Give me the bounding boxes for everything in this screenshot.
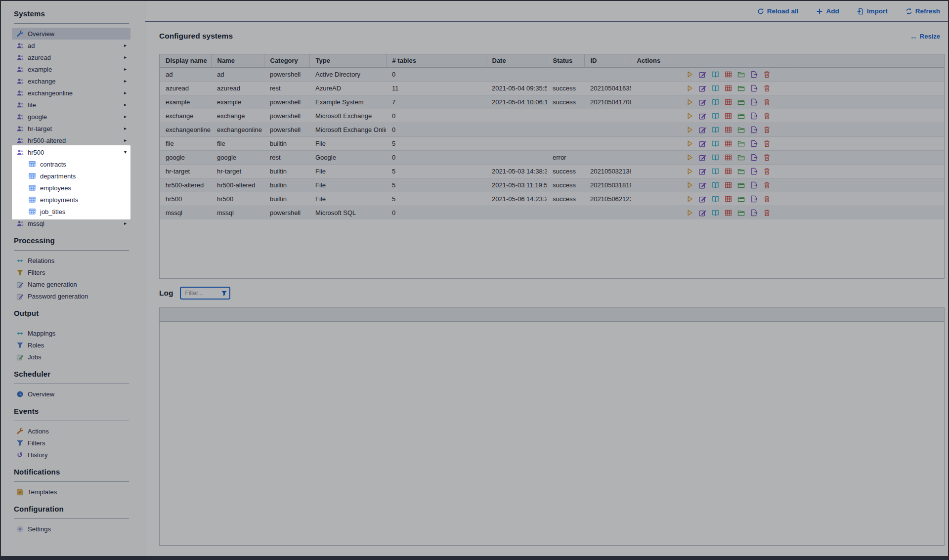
sidebar-item-filters[interactable]: Filters bbox=[12, 437, 130, 449]
play-action-icon[interactable] bbox=[686, 154, 693, 161]
sidebar-item-jobs[interactable]: Jobs bbox=[12, 351, 130, 363]
export-action-icon[interactable] bbox=[750, 181, 758, 189]
book-action-icon[interactable] bbox=[712, 126, 719, 133]
sidebar-item-templates[interactable]: Templates bbox=[12, 486, 130, 498]
export-action-icon[interactable] bbox=[750, 112, 758, 120]
sidebar-item-google[interactable]: google▸ bbox=[12, 111, 130, 123]
sidebar-item-roles[interactable]: Roles bbox=[12, 339, 130, 351]
sidebar-item-file[interactable]: file▸ bbox=[12, 99, 130, 111]
book-action-icon[interactable] bbox=[712, 209, 719, 216]
trash-action-icon[interactable] bbox=[763, 112, 771, 120]
book-action-icon[interactable] bbox=[712, 195, 719, 203]
book-action-icon[interactable] bbox=[712, 154, 719, 161]
trash-action-icon[interactable] bbox=[763, 126, 771, 133]
sidebar-item-departments[interactable]: departments bbox=[12, 170, 130, 182]
trash-action-icon[interactable] bbox=[763, 181, 771, 189]
export-action-icon[interactable] bbox=[750, 154, 758, 161]
grid-action-icon[interactable] bbox=[725, 71, 732, 78]
folder-action-icon[interactable] bbox=[737, 71, 745, 78]
edit-action-icon[interactable] bbox=[699, 140, 706, 147]
folder-action-icon[interactable] bbox=[737, 209, 745, 216]
sidebar-item-exchangeonline[interactable]: exchangeonline▸ bbox=[12, 87, 130, 99]
sidebar-item-employments[interactable]: employments bbox=[12, 194, 130, 206]
play-action-icon[interactable] bbox=[686, 71, 693, 78]
book-action-icon[interactable] bbox=[712, 181, 719, 189]
sidebar-item-employees[interactable]: employees bbox=[12, 182, 130, 194]
sidebar-item-hr-target[interactable]: hr-target▸ bbox=[12, 123, 130, 134]
sidebar-item-history[interactable]: ↺History bbox=[12, 449, 130, 461]
trash-action-icon[interactable] bbox=[763, 195, 771, 203]
folder-action-icon[interactable] bbox=[737, 98, 745, 106]
edit-action-icon[interactable] bbox=[699, 71, 706, 78]
sidebar-item-example[interactable]: example▸ bbox=[12, 63, 130, 75]
play-action-icon[interactable] bbox=[686, 209, 693, 216]
grid-action-icon[interactable] bbox=[725, 140, 732, 147]
trash-action-icon[interactable] bbox=[763, 98, 771, 106]
sidebar-item-hr500-altered[interactable]: hr500-altered▸ bbox=[12, 134, 130, 146]
play-action-icon[interactable] bbox=[686, 195, 693, 203]
book-action-icon[interactable] bbox=[712, 168, 719, 175]
edit-action-icon[interactable] bbox=[699, 112, 706, 120]
grid-action-icon[interactable] bbox=[725, 154, 732, 161]
reload-all-button[interactable]: Reload all bbox=[757, 7, 799, 15]
grid-action-icon[interactable] bbox=[725, 126, 732, 133]
sidebar-item-contracts[interactable]: contracts bbox=[12, 158, 130, 170]
grid-action-icon[interactable] bbox=[725, 98, 732, 106]
edit-action-icon[interactable] bbox=[699, 195, 706, 203]
play-action-icon[interactable] bbox=[686, 168, 693, 175]
book-action-icon[interactable] bbox=[712, 71, 719, 78]
edit-action-icon[interactable] bbox=[699, 85, 706, 92]
sidebar-item-hr500[interactable]: hr500▾ bbox=[12, 146, 130, 158]
play-action-icon[interactable] bbox=[686, 181, 693, 189]
sidebar-item-actions[interactable]: Actions bbox=[12, 425, 130, 437]
sidebar-item-exchange[interactable]: exchange▸ bbox=[12, 75, 130, 87]
sidebar-item-overview[interactable]: Overview bbox=[12, 388, 130, 400]
play-action-icon[interactable] bbox=[686, 126, 693, 133]
folder-action-icon[interactable] bbox=[737, 140, 745, 147]
play-action-icon[interactable] bbox=[686, 140, 693, 147]
add-button[interactable]: Add bbox=[816, 7, 839, 15]
sidebar-item-filters[interactable]: Filters bbox=[12, 266, 130, 278]
sidebar-item-relations[interactable]: Relations bbox=[12, 255, 130, 266]
folder-action-icon[interactable] bbox=[737, 112, 745, 120]
sidebar-item-ad[interactable]: ad▸ bbox=[12, 40, 130, 51]
play-action-icon[interactable] bbox=[686, 98, 693, 106]
book-action-icon[interactable] bbox=[712, 140, 719, 147]
edit-action-icon[interactable] bbox=[699, 209, 706, 216]
export-action-icon[interactable] bbox=[750, 140, 758, 147]
export-action-icon[interactable] bbox=[750, 98, 758, 106]
folder-action-icon[interactable] bbox=[737, 168, 745, 175]
sidebar-item-mappings[interactable]: Mappings bbox=[12, 327, 130, 339]
sidebar-item-overview[interactable]: Overview bbox=[12, 28, 130, 40]
trash-action-icon[interactable] bbox=[763, 209, 771, 216]
folder-action-icon[interactable] bbox=[737, 126, 745, 133]
grid-action-icon[interactable] bbox=[725, 209, 732, 216]
export-action-icon[interactable] bbox=[750, 126, 758, 133]
play-action-icon[interactable] bbox=[686, 112, 693, 120]
edit-action-icon[interactable] bbox=[699, 126, 706, 133]
trash-action-icon[interactable] bbox=[763, 140, 771, 147]
play-action-icon[interactable] bbox=[686, 85, 693, 92]
folder-action-icon[interactable] bbox=[737, 181, 745, 189]
folder-action-icon[interactable] bbox=[737, 154, 745, 161]
export-action-icon[interactable] bbox=[750, 209, 758, 216]
sidebar-item-name-generation[interactable]: Name generation bbox=[12, 278, 130, 290]
refresh-button[interactable]: Refresh bbox=[906, 7, 940, 15]
folder-action-icon[interactable] bbox=[737, 195, 745, 203]
export-action-icon[interactable] bbox=[750, 71, 758, 78]
sidebar-item-password-generation[interactable]: Password generation bbox=[12, 290, 130, 302]
book-action-icon[interactable] bbox=[712, 112, 719, 120]
export-action-icon[interactable] bbox=[750, 85, 758, 92]
edit-action-icon[interactable] bbox=[699, 98, 706, 106]
edit-action-icon[interactable] bbox=[699, 181, 706, 189]
trash-action-icon[interactable] bbox=[763, 85, 771, 92]
export-action-icon[interactable] bbox=[750, 195, 758, 203]
sidebar-item-settings[interactable]: Settings bbox=[12, 523, 130, 535]
sidebar-item-job-titles[interactable]: job_titles bbox=[12, 206, 130, 217]
edit-action-icon[interactable] bbox=[699, 154, 706, 161]
trash-action-icon[interactable] bbox=[763, 71, 771, 78]
edit-action-icon[interactable] bbox=[699, 168, 706, 175]
sidebar-item-azuread[interactable]: azuread▸ bbox=[12, 51, 130, 63]
grid-action-icon[interactable] bbox=[725, 195, 732, 203]
book-action-icon[interactable] bbox=[712, 98, 719, 106]
